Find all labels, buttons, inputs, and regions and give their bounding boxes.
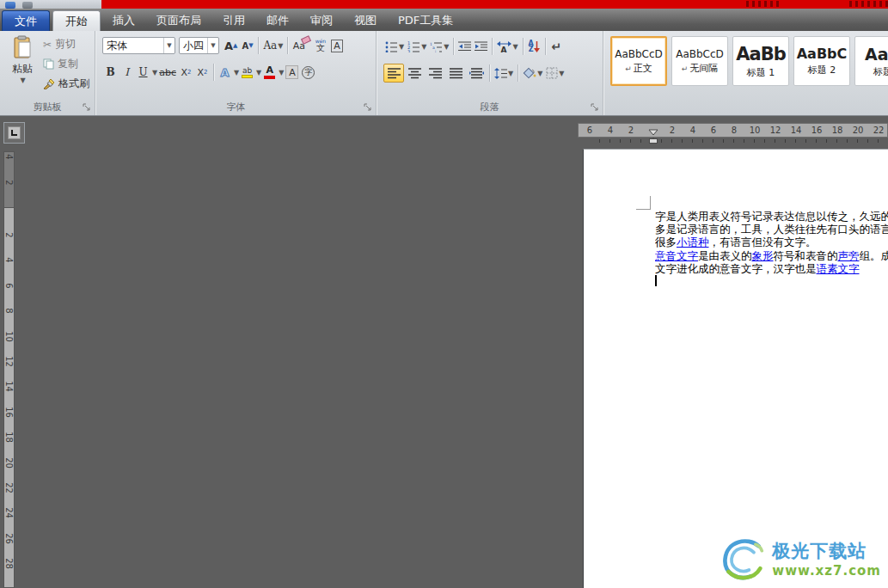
superscript-button[interactable]: X2 — [194, 63, 211, 82]
shrink-font-button[interactable]: A▼ — [239, 36, 255, 55]
style-card-3[interactable]: AaBb标题 1 — [732, 36, 789, 86]
show-marks-button[interactable]: ↵ — [548, 37, 565, 56]
increase-indent-icon — [475, 41, 487, 52]
svg-text:3: 3 — [407, 48, 410, 52]
hyperlink[interactable]: 象形 — [752, 249, 774, 262]
clipboard-dialog-launcher[interactable] — [83, 103, 92, 113]
font-color-button[interactable]: A — [261, 63, 278, 82]
tab-pdf-tools[interactable]: PDF工具集 — [389, 10, 462, 31]
enclose-characters-button[interactable]: 字 — [300, 63, 316, 82]
format-painter-icon — [43, 78, 55, 89]
horizontal-ruler[interactable]: 642246810121416182022 — [578, 123, 888, 138]
ruler-tick — [764, 139, 765, 143]
style-card-1[interactable]: AaBbCcD↵正文 — [610, 36, 667, 86]
shading-button[interactable]: ▼ — [521, 64, 544, 83]
subscript-button[interactable]: X2 — [178, 63, 194, 82]
watermark-logo-icon — [719, 536, 767, 581]
format-painter-button[interactable]: 格式刷 — [43, 77, 89, 91]
style-card-4[interactable]: AaBbC标题 2 — [793, 36, 850, 86]
borders-button[interactable]: ▼ — [544, 64, 566, 83]
paragraph-dialog-launcher[interactable] — [591, 103, 600, 113]
justify-button[interactable] — [445, 64, 466, 83]
style-sample: AaBbC — [797, 46, 848, 62]
bullets-button[interactable]: ▼ — [383, 37, 406, 56]
center-button[interactable] — [404, 64, 425, 83]
ruler-tick — [744, 139, 744, 143]
strikethrough-button[interactable]: abc — [157, 63, 178, 82]
tab-stop-selector[interactable] — [3, 122, 25, 144]
text-line: 意音文字是由表义的象形符号和表音的声旁组。成的文 — [655, 249, 888, 262]
watermark-url: www.xz7.com — [772, 563, 881, 579]
ruler-number: 12 — [4, 356, 14, 367]
align-left-button[interactable] — [383, 64, 404, 83]
cut-icon: ✂ — [43, 39, 52, 51]
tab-review[interactable]: 审阅 — [301, 10, 342, 31]
font-name-dropdown-arrow[interactable]: ▼ — [163, 38, 175, 53]
distribute-icon — [469, 68, 484, 79]
character-shading-button[interactable]: A — [284, 63, 300, 82]
ruler-number: 20 — [4, 457, 14, 469]
distribute-button[interactable] — [466, 64, 487, 83]
character-border-button[interactable]: A — [328, 36, 345, 55]
hyperlink[interactable]: 小语种 — [677, 236, 709, 248]
phonetic-guide-button[interactable]: wén 文 — [312, 36, 328, 55]
clear-formatting-button[interactable]: Aa — [291, 36, 307, 55]
shading-icon — [523, 67, 536, 79]
tab-insert[interactable]: 插入 — [103, 10, 144, 31]
ruler-tick — [640, 139, 641, 143]
text-effects-button[interactable]: A — [217, 63, 233, 82]
font-size-dropdown-arrow[interactable]: ▼ — [207, 38, 218, 53]
tab-page-layout[interactable]: 页面布局 — [147, 10, 211, 31]
multilevel-list-button[interactable]: 1ai ▼ — [428, 37, 450, 56]
ribbon: 粘贴 ▼ ✂ 剪切 复制 — [0, 31, 888, 116]
bold-button[interactable]: B — [102, 63, 119, 82]
document-text[interactable]: 字是人类用表义符号记录表达信息以传之，久远的方式多是记录语言的，工具，人类往往先… — [655, 210, 888, 275]
paste-button[interactable]: 粘贴 ▼ — [5, 35, 40, 99]
italic-button[interactable]: I — [119, 63, 135, 82]
tab-references[interactable]: 引用 — [213, 10, 254, 31]
style-name: ↵无间隔 — [682, 62, 719, 75]
align-right-icon — [429, 68, 442, 79]
qat-icon[interactable] — [22, 2, 33, 9]
align-right-button[interactable] — [425, 64, 445, 83]
increase-indent-button[interactable] — [473, 37, 489, 56]
change-case-button[interactable]: Aa ▼ — [261, 36, 285, 55]
line-spacing-button[interactable]: ▼ — [493, 64, 515, 83]
ruler-tick — [661, 139, 662, 143]
paste-dropdown-arrow[interactable]: ▼ — [20, 77, 25, 84]
left-indent-marker[interactable] — [649, 138, 658, 144]
ruler-tick — [599, 139, 600, 143]
tab-mailings[interactable]: 邮件 — [257, 10, 298, 31]
style-card-2[interactable]: AaBbCcD↵无间隔 — [671, 36, 728, 86]
font-dialog-launcher[interactable] — [364, 103, 373, 113]
tab-file[interactable]: 文件 — [2, 10, 50, 31]
ruler-number: 14 — [4, 381, 14, 392]
document-page[interactable]: 字是人类用表义符号记录表达信息以传之，久远的方式多是记录语言的，工具，人类往往先… — [583, 149, 888, 588]
document-area: 642246810121416182022 422468101214161820… — [0, 116, 888, 588]
highlight-button[interactable]: ab — [239, 63, 255, 82]
asian-layout-button[interactable]: A ▼ — [495, 37, 519, 56]
underline-button[interactable]: U — [135, 63, 151, 82]
tab-view[interactable]: 视图 — [345, 10, 386, 31]
tab-home[interactable]: 开始 — [52, 10, 101, 31]
ruler-tick — [609, 139, 610, 143]
hyperlink[interactable]: 声旁 — [838, 249, 860, 262]
font-size-combo[interactable]: 小四 ▼ — [179, 37, 219, 54]
decrease-indent-button[interactable] — [456, 37, 473, 56]
cut-button[interactable]: ✂ 剪切 — [43, 37, 89, 52]
hyperlink[interactable]: 语素文字 — [817, 262, 860, 275]
qat-icon[interactable] — [5, 2, 15, 9]
sort-button[interactable]: A Z — [526, 37, 542, 56]
style-card-5[interactable]: AaB标题 — [854, 36, 888, 86]
line-spacing-icon — [494, 68, 507, 79]
grow-font-button[interactable]: A▲ — [223, 36, 239, 55]
align-left-icon — [388, 68, 401, 79]
font-name-combo[interactable]: 宋体 ▼ — [102, 37, 175, 54]
ruler-tick — [867, 139, 868, 143]
hyperlink[interactable]: 意音文字 — [655, 249, 698, 262]
numbering-button[interactable]: 123 ▼ — [406, 37, 428, 56]
copy-button[interactable]: 复制 — [43, 57, 89, 71]
ruler-tick — [754, 139, 755, 143]
ruler-tick — [702, 139, 703, 143]
ribbon-tab-bar: 文件开始插入页面布局引用邮件审阅视图PDF工具集 — [0, 9, 888, 31]
